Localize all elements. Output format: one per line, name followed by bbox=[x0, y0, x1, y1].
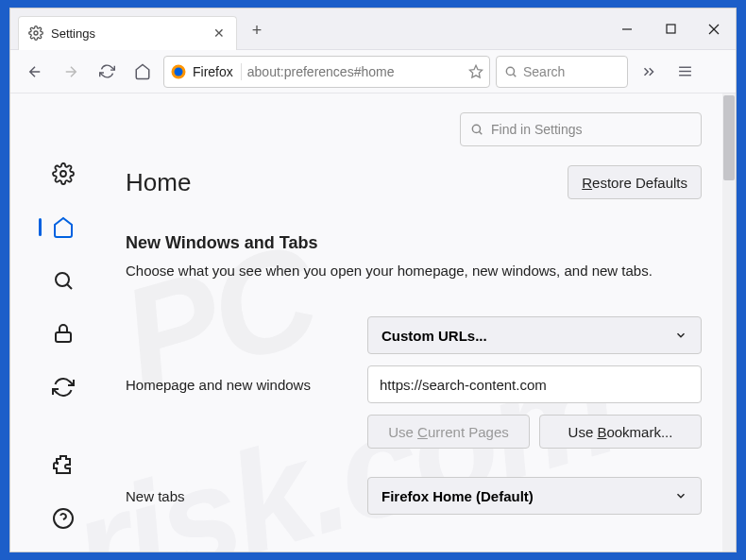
svg-point-6 bbox=[175, 67, 183, 76]
homepage-mode-dropdown[interactable]: Custom URLs... bbox=[367, 316, 702, 354]
menu-button[interactable] bbox=[670, 57, 700, 87]
url-identity-label: Firefox bbox=[193, 64, 233, 79]
browser-tab[interactable]: Settings ✕ bbox=[18, 16, 237, 50]
bookmark-star-icon[interactable] bbox=[468, 64, 483, 79]
minimize-button[interactable] bbox=[605, 10, 649, 48]
scrollbar-thumb[interactable] bbox=[723, 95, 735, 180]
page-title: Home bbox=[126, 168, 191, 197]
svg-line-20 bbox=[479, 131, 482, 134]
home-button[interactable] bbox=[127, 57, 158, 87]
back-button[interactable] bbox=[20, 57, 50, 87]
svg-marker-7 bbox=[469, 65, 482, 77]
search-icon bbox=[470, 123, 483, 136]
use-bookmark-button[interactable]: Use Bookmark... bbox=[539, 415, 702, 449]
section-description: Choose what you see when you open your h… bbox=[126, 263, 702, 279]
sidebar-privacy[interactable] bbox=[44, 319, 82, 348]
newtabs-dropdown[interactable]: Firefox Home (Default) bbox=[367, 477, 702, 515]
restore-label: estore Defaults bbox=[592, 175, 687, 191]
firefox-icon bbox=[170, 63, 187, 80]
svg-point-0 bbox=[34, 31, 38, 35]
svg-rect-16 bbox=[56, 332, 71, 342]
url-text: about:preferences#home bbox=[247, 64, 463, 79]
sidebar-sync[interactable] bbox=[44, 373, 82, 401]
gear-icon bbox=[28, 25, 43, 41]
svg-point-8 bbox=[506, 67, 514, 75]
search-bar[interactable]: Search bbox=[496, 56, 628, 88]
dropdown-value: Firefox Home (Default) bbox=[381, 488, 534, 504]
tab-title: Settings bbox=[51, 26, 204, 41]
browser-window: Settings ✕ + Firefox about:preferences#h… bbox=[9, 8, 737, 552]
use-current-pages-button[interactable]: Use Current Pages bbox=[367, 415, 530, 449]
homepage-url-input[interactable] bbox=[367, 365, 702, 403]
sidebar-general[interactable] bbox=[44, 160, 82, 188]
new-tab-button[interactable]: + bbox=[243, 17, 271, 45]
find-in-settings-input[interactable]: Find in Settings bbox=[460, 112, 702, 146]
scrollbar[interactable] bbox=[722, 93, 736, 552]
svg-rect-2 bbox=[667, 25, 675, 33]
svg-point-14 bbox=[56, 273, 69, 286]
search-icon bbox=[504, 65, 517, 78]
svg-line-15 bbox=[67, 284, 72, 289]
find-placeholder: Find in Settings bbox=[491, 122, 583, 137]
content-area: PC risk.com Find in Settings Home Restor… bbox=[10, 93, 736, 552]
toolbar: Firefox about:preferences#home Search bbox=[10, 50, 736, 93]
svg-point-13 bbox=[60, 171, 66, 177]
sidebar-help[interactable] bbox=[44, 504, 82, 533]
chevron-down-icon bbox=[674, 329, 687, 342]
settings-main: Find in Settings Home Restore Defaults N… bbox=[116, 93, 736, 552]
dropdown-value: Custom URLs... bbox=[381, 328, 487, 344]
sidebar-search[interactable] bbox=[44, 266, 82, 295]
close-icon[interactable]: ✕ bbox=[212, 25, 227, 41]
homepage-label: Homepage and new windows bbox=[126, 377, 348, 393]
svg-point-19 bbox=[472, 125, 480, 132]
newtabs-label: New tabs bbox=[126, 488, 348, 504]
url-identity: Firefox bbox=[170, 63, 242, 80]
restore-defaults-button[interactable]: Restore Defaults bbox=[568, 165, 702, 199]
settings-sidebar bbox=[10, 93, 116, 552]
section-title: New Windows and Tabs bbox=[126, 233, 702, 253]
svg-line-9 bbox=[513, 74, 516, 76]
sidebar-extensions[interactable] bbox=[44, 450, 82, 479]
sidebar-home[interactable] bbox=[44, 212, 82, 241]
overflow-button[interactable] bbox=[634, 57, 664, 87]
titlebar: Settings ✕ + bbox=[10, 8, 736, 50]
url-bar[interactable]: Firefox about:preferences#home bbox=[163, 56, 490, 88]
window-controls bbox=[605, 10, 736, 48]
searchbar-placeholder: Search bbox=[523, 64, 565, 79]
chevron-down-icon bbox=[674, 489, 687, 502]
reload-button[interactable] bbox=[92, 57, 122, 87]
forward-button[interactable] bbox=[56, 57, 86, 87]
close-window-button[interactable] bbox=[692, 10, 736, 48]
maximize-button[interactable] bbox=[649, 10, 692, 48]
